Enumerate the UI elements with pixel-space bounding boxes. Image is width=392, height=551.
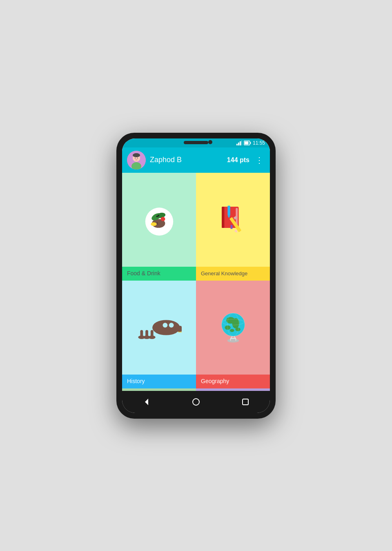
category-general-knowledge[interactable]: General Knowledge bbox=[196, 173, 270, 281]
svg-point-44 bbox=[148, 335, 155, 339]
svg-point-9 bbox=[133, 153, 140, 157]
signal-icon bbox=[236, 141, 242, 145]
svg-point-40 bbox=[181, 331, 181, 332]
speaker bbox=[184, 141, 208, 144]
camera bbox=[208, 140, 212, 144]
food-label: Food & Drink bbox=[122, 267, 196, 281]
nav-bar bbox=[122, 391, 270, 413]
svg-rect-60 bbox=[243, 399, 248, 405]
geography-label: Geography bbox=[196, 375, 270, 388]
svg-rect-29 bbox=[230, 225, 232, 229]
svg-point-13 bbox=[136, 158, 137, 159]
svg-rect-26 bbox=[227, 205, 230, 215]
status-icons: 11:55 bbox=[236, 140, 265, 146]
gk-icon-area bbox=[196, 173, 270, 267]
screen: 11:55 bbox=[122, 138, 270, 413]
category-food-drink[interactable]: Food & Drink bbox=[122, 173, 196, 281]
avatar-image bbox=[127, 151, 146, 170]
svg-rect-6 bbox=[244, 141, 248, 144]
category-history[interactable]: History bbox=[122, 281, 196, 388]
svg-point-54 bbox=[230, 329, 234, 332]
gk-label: General Knowledge bbox=[196, 267, 270, 281]
svg-rect-3 bbox=[241, 141, 242, 145]
svg-point-22 bbox=[156, 216, 158, 217]
svg-point-12 bbox=[137, 158, 138, 158]
svg-point-35 bbox=[169, 323, 174, 328]
dino-icon bbox=[137, 315, 182, 340]
svg-rect-25 bbox=[222, 207, 224, 228]
recent-apps-button[interactable] bbox=[239, 396, 252, 408]
user-name: Zaphod B bbox=[150, 156, 223, 164]
globe-icon bbox=[217, 309, 249, 346]
food-icon bbox=[141, 201, 178, 238]
overflow-menu-button[interactable]: ⋮ bbox=[254, 154, 265, 167]
svg-rect-37 bbox=[177, 326, 181, 332]
back-button[interactable] bbox=[140, 396, 153, 408]
app-bar: Zaphod B 144 pts ⋮ bbox=[122, 147, 270, 173]
history-icon-area bbox=[122, 281, 196, 375]
user-points: 144 pts bbox=[227, 156, 249, 164]
home-button[interactable] bbox=[190, 396, 202, 408]
svg-point-38 bbox=[178, 331, 179, 332]
svg-point-46 bbox=[138, 335, 145, 339]
svg-marker-58 bbox=[145, 399, 148, 405]
svg-point-39 bbox=[180, 331, 181, 332]
categories-grid: Food & Drink bbox=[122, 173, 270, 388]
svg-point-59 bbox=[193, 399, 199, 405]
category-geography[interactable]: Geography bbox=[196, 281, 270, 388]
svg-point-53 bbox=[235, 328, 240, 331]
food-icon-area bbox=[122, 173, 196, 267]
time-display: 11:55 bbox=[253, 140, 265, 146]
svg-point-23 bbox=[158, 215, 159, 216]
svg-rect-0 bbox=[236, 144, 238, 145]
battery-icon bbox=[244, 141, 251, 145]
svg-point-48 bbox=[227, 339, 238, 342]
avatar bbox=[127, 151, 146, 170]
svg-point-36 bbox=[163, 323, 167, 328]
svg-rect-1 bbox=[238, 143, 239, 145]
svg-point-11 bbox=[135, 158, 136, 158]
svg-point-21 bbox=[151, 222, 156, 226]
svg-rect-2 bbox=[240, 141, 241, 145]
svg-point-34 bbox=[152, 320, 180, 335]
svg-rect-5 bbox=[250, 142, 251, 144]
svg-point-20 bbox=[160, 216, 165, 221]
geography-icon-area bbox=[196, 281, 270, 375]
book-icon bbox=[217, 203, 249, 236]
phone-device: 11:55 bbox=[116, 133, 276, 419]
history-label: History bbox=[122, 375, 196, 388]
